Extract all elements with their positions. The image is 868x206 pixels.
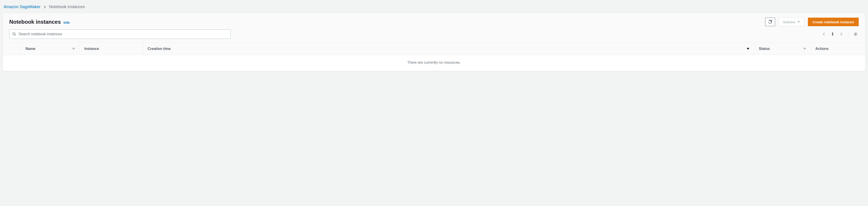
search-input[interactable] — [19, 32, 228, 36]
column-header-instance[interactable]: Instance — [80, 43, 143, 55]
chevron-left-icon — [823, 32, 825, 36]
search-box[interactable] — [9, 29, 231, 39]
column-header-creation-time[interactable]: Creation time — [143, 43, 754, 55]
sort-icon — [803, 48, 806, 50]
caret-down-icon — [797, 21, 800, 23]
svg-point-3 — [855, 33, 856, 35]
column-header-name[interactable]: Name — [21, 43, 80, 55]
settings-button[interactable] — [852, 31, 859, 37]
info-link[interactable]: Info — [64, 21, 70, 24]
chevron-right-icon — [43, 5, 46, 9]
column-header-status-label: Status — [759, 47, 770, 51]
actions-dropdown-label: Actions — [783, 20, 796, 24]
column-header-actions-label: Actions — [815, 47, 829, 51]
pagination: 1 — [821, 31, 859, 37]
divider — [848, 31, 848, 37]
svg-marker-0 — [798, 21, 800, 23]
refresh-button[interactable] — [765, 18, 775, 26]
select-all-column — [3, 43, 21, 55]
page-title: Notebook instances — [9, 19, 61, 25]
breadcrumb: Amazon SageMaker Notebook instances — [3, 4, 865, 13]
search-icon — [12, 32, 16, 36]
column-header-instance-label: Instance — [84, 47, 99, 51]
sort-icon — [72, 48, 75, 50]
create-notebook-instance-button[interactable]: Create notebook instance — [808, 18, 859, 26]
svg-line-2 — [15, 35, 16, 36]
gear-icon — [853, 32, 858, 36]
breadcrumb-current: Notebook instances — [49, 4, 85, 9]
column-header-actions: Actions — [811, 43, 865, 55]
prev-page-button[interactable] — [821, 31, 827, 37]
table-header-row: Name Instance Creation time Status — [3, 43, 865, 55]
refresh-icon — [768, 20, 772, 24]
svg-marker-5 — [747, 48, 749, 50]
next-page-button[interactable] — [839, 31, 844, 37]
create-notebook-instance-label: Create notebook instance — [813, 20, 854, 24]
actions-dropdown-button[interactable]: Actions — [778, 18, 805, 26]
chevron-right-icon — [840, 32, 843, 36]
column-header-creation-time-label: Creation time — [148, 47, 170, 51]
svg-marker-6 — [804, 48, 806, 49]
column-header-status[interactable]: Status — [754, 43, 811, 55]
sort-active-desc-icon — [746, 47, 749, 50]
notebook-instances-panel: Notebook instances Info Actions — [3, 13, 865, 71]
header-actions: Actions Create notebook instance — [765, 18, 859, 26]
table-empty-state: There are currently no resources. — [3, 55, 865, 71]
notebook-instances-table: Name Instance Creation time Status — [3, 43, 865, 71]
column-header-name-label: Name — [26, 47, 35, 51]
panel-header: Notebook instances Info Actions — [3, 13, 865, 43]
svg-point-1 — [13, 33, 15, 35]
page-number: 1 — [831, 32, 835, 36]
breadcrumb-root-link[interactable]: Amazon SageMaker — [4, 4, 40, 9]
svg-marker-4 — [72, 48, 75, 49]
